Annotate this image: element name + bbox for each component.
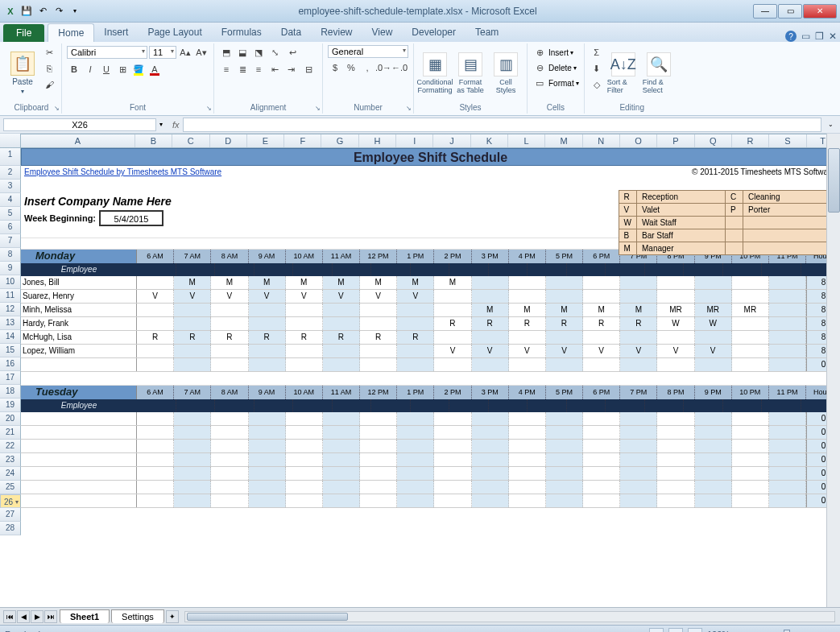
shift-cell[interactable] [732,494,769,507]
shift-cell[interactable]: V [583,345,620,357]
shift-cell[interactable] [211,304,248,316]
shift-cell[interactable] [732,317,769,330]
row-header[interactable]: 21 [0,426,21,440]
shift-cell[interactable] [546,494,583,507]
row-header[interactable]: 10 [0,275,21,289]
copy-button[interactable]: ⎘ [42,61,56,76]
shift-cell[interactable]: V [434,345,471,357]
shift-cell[interactable] [137,453,174,466]
shift-cell[interactable] [137,276,174,289]
shift-cell[interactable]: R [360,331,397,344]
row-header[interactable]: 6 [0,221,21,234]
shift-cell[interactable] [286,481,323,494]
shift-cell[interactable] [360,358,397,371]
undo-icon[interactable]: ↶ [35,4,50,19]
shift-cell[interactable] [249,494,286,507]
schedule-row[interactable]: 0 [21,467,840,481]
cell-styles-button[interactable]: ▥ Cell Styles [490,45,522,101]
number-launcher-icon[interactable]: ↘ [406,105,412,112]
horizontal-scrollbar[interactable] [184,611,835,622]
shift-cell[interactable] [472,358,509,371]
underline-button[interactable]: U [99,62,114,76]
shift-cell[interactable] [211,467,248,480]
shift-cell[interactable] [657,412,694,425]
shift-cell[interactable] [769,440,806,452]
shift-cell[interactable]: R [583,317,620,330]
conditional-formatting-button[interactable]: ▦ Conditional Formatting [419,45,451,101]
row-header[interactable]: 19 [0,399,21,412]
shift-cell[interactable] [286,345,323,357]
shift-cell[interactable] [434,290,471,303]
shift-cell[interactable] [509,426,546,439]
shift-cell[interactable] [397,494,434,507]
row-header[interactable]: 17 [0,371,21,385]
column-header[interactable]: J [433,134,470,147]
shift-cell[interactable] [732,440,769,452]
employee-name[interactable] [21,412,137,425]
row-header[interactable]: 20 [0,412,21,426]
shift-cell[interactable]: R [546,317,583,330]
row-header[interactable]: 1 [0,148,21,166]
employee-name[interactable]: McHugh, Lisa [21,331,137,344]
shift-cell[interactable] [249,426,286,439]
shift-cell[interactable] [695,467,732,480]
shift-cell[interactable] [137,481,174,494]
shift-cell[interactable] [732,481,769,494]
tab-formulas[interactable]: Formulas [212,23,271,42]
shift-cell[interactable] [211,426,248,439]
shift-cell[interactable]: V [360,290,397,303]
shift-cell[interactable] [286,358,323,371]
column-header[interactable]: R [732,134,769,147]
shift-cell[interactable] [434,494,471,507]
shift-cell[interactable] [286,412,323,425]
shift-cell[interactable] [769,304,806,316]
shift-cell[interactable] [137,412,174,425]
row-header[interactable]: 8 [0,248,21,262]
align-center-button[interactable]: ≣ [235,62,250,76]
shift-cell[interactable] [174,317,211,330]
row-header[interactable]: 11 [0,289,21,303]
shift-cell[interactable]: V [137,290,174,303]
fx-icon[interactable]: fx [172,120,180,130]
tab-review[interactable]: Review [311,23,362,42]
close-workbook-icon[interactable]: ✕ [829,31,837,42]
shift-cell[interactable] [769,345,806,357]
shift-cell[interactable]: V [286,290,323,303]
accounting-button[interactable]: $ [328,60,342,75]
shift-cell[interactable]: MR [657,304,694,316]
shift-cell[interactable] [137,440,174,452]
shift-cell[interactable] [472,412,509,425]
shift-cell[interactable]: R [434,317,471,330]
shift-cell[interactable] [397,426,434,439]
redo-icon[interactable]: ↷ [52,4,66,19]
shift-cell[interactable] [657,426,694,439]
shift-cell[interactable] [286,453,323,466]
shift-cell[interactable] [360,345,397,357]
shift-cell[interactable] [583,481,620,494]
shift-cell[interactable] [174,345,211,357]
shift-cell[interactable] [695,331,732,344]
shift-cell[interactable]: M [397,276,434,289]
column-header[interactable]: S [769,134,806,147]
shift-cell[interactable]: MR [695,304,732,316]
shift-cell[interactable] [472,481,509,494]
shift-cell[interactable] [174,453,211,466]
shift-cell[interactable] [286,426,323,439]
shift-cell[interactable] [249,317,286,330]
shift-cell[interactable] [137,467,174,480]
shift-cell[interactable] [769,426,806,439]
shift-cell[interactable] [546,481,583,494]
shift-cell[interactable] [360,304,397,316]
shift-cell[interactable]: V [323,290,360,303]
restore-window-icon[interactable]: ❐ [815,31,824,42]
shift-cell[interactable] [769,331,806,344]
merge-button[interactable]: ⊟ [300,62,317,76]
shift-cell[interactable] [286,467,323,480]
shift-cell[interactable] [657,331,694,344]
employee-name[interactable] [21,358,137,371]
shift-cell[interactable] [583,290,620,303]
shift-cell[interactable] [137,426,174,439]
tab-view[interactable]: View [362,23,403,42]
shift-cell[interactable]: V [695,345,732,357]
shift-cell[interactable] [695,412,732,425]
